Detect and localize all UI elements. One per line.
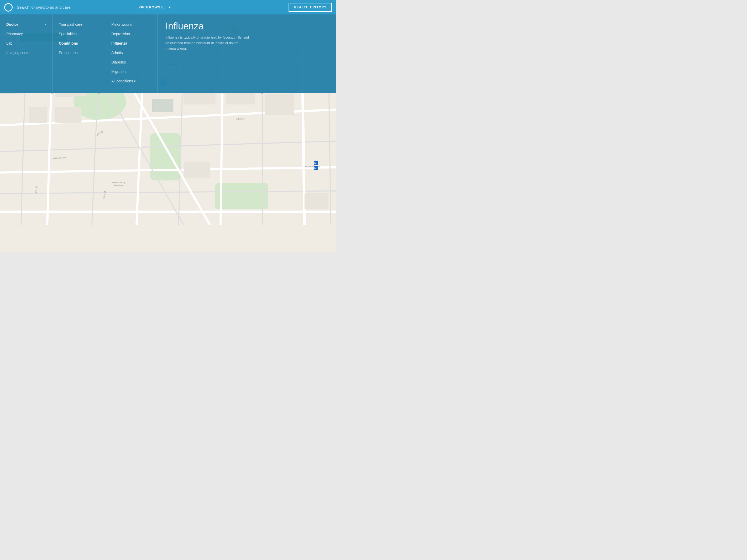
chevron-down-icon: ▾ (169, 5, 171, 9)
svg-rect-46 (184, 162, 210, 178)
imaging-label: Imaging center (6, 51, 31, 55)
menu-item-all-conditions[interactable]: All conditions ▾ (105, 76, 157, 86)
menu-item-depression[interactable]: Depression (105, 29, 157, 38)
pharmacy-label: Pharmacy (6, 32, 23, 36)
menu-item-diabetes[interactable]: Diabetes (105, 57, 157, 67)
conditions-label: Conditions (59, 41, 78, 45)
svg-text:M: M (314, 162, 316, 164)
navbar: OR BROWSE... ▾ HEALTH HISTORY (0, 0, 336, 15)
menu-item-arhritis[interactable]: Arhritis (105, 48, 157, 57)
conditions-arrow-icon: › (97, 42, 99, 45)
lab-label: Lab (6, 41, 12, 45)
info-panel: Influenza Influenza is typically charact… (158, 15, 336, 93)
logo-icon (4, 3, 12, 11)
svg-rect-39 (29, 107, 47, 123)
procedures-label: Procedures (59, 51, 78, 55)
svg-rect-3 (215, 183, 268, 209)
info-title: Influenza (165, 21, 328, 32)
menu-item-specialties[interactable]: Specialties (53, 29, 105, 38)
nav-divider (135, 0, 135, 15)
provider-types-column: Doctor › Pharmacy Lab Imaging center (0, 15, 53, 93)
influenza-label: Influenza (111, 41, 127, 45)
svg-text:M: M (314, 167, 316, 170)
browse-dropdown: Doctor › Pharmacy Lab Imaging center You… (0, 15, 336, 93)
menu-item-past-care[interactable]: Your past care (53, 20, 105, 29)
past-care-label: Your past care (59, 22, 82, 27)
menu-item-migraines[interactable]: Migraines (105, 67, 157, 76)
menu-item-doctor[interactable]: Doctor › (0, 20, 52, 29)
browse-button[interactable]: OR BROWSE... ▾ (139, 5, 171, 9)
menu-item-procedures[interactable]: Procedures (53, 48, 105, 57)
migraines-label: Migraines (111, 70, 127, 74)
svg-rect-47 (152, 99, 173, 112)
svg-rect-43 (265, 94, 294, 115)
depression-label: Depression (111, 32, 130, 36)
conditions-list-column: Minor wound Depression Influenza Arhriti… (105, 15, 158, 93)
doctor-label: Doctor (6, 22, 18, 27)
svg-text:Queens Library- Woodside: Queens Library- Woodside (111, 181, 126, 186)
health-history-button[interactable]: HEALTH HISTORY (288, 3, 332, 12)
diabetes-label: Diabetes (111, 60, 126, 64)
doctor-arrow-icon: › (45, 23, 46, 26)
search-input[interactable] (17, 5, 130, 9)
all-conditions-label: All conditions ▾ (111, 79, 136, 83)
minor-wound-label: Minor wound (111, 22, 132, 27)
svg-rect-40 (55, 107, 81, 123)
arhritis-label: Arhritis (111, 51, 123, 55)
browse-categories-column: Your past care Specialties Conditions › … (53, 15, 105, 93)
info-description: Influenza is typically characterized by … (165, 35, 250, 51)
browse-label: OR BROWSE... (139, 5, 166, 9)
menu-item-conditions[interactable]: Conditions › (53, 38, 105, 48)
svg-rect-45 (305, 194, 328, 209)
menu-item-imaging[interactable]: Imaging center (0, 48, 52, 57)
menu-item-minor-wound[interactable]: Minor wound (105, 20, 157, 29)
specialties-label: Specialties (59, 32, 77, 36)
menu-item-influenza[interactable]: Influenza (105, 38, 157, 48)
menu-item-lab[interactable]: Lab (0, 38, 52, 48)
menu-item-pharmacy[interactable]: Pharmacy (0, 29, 52, 38)
